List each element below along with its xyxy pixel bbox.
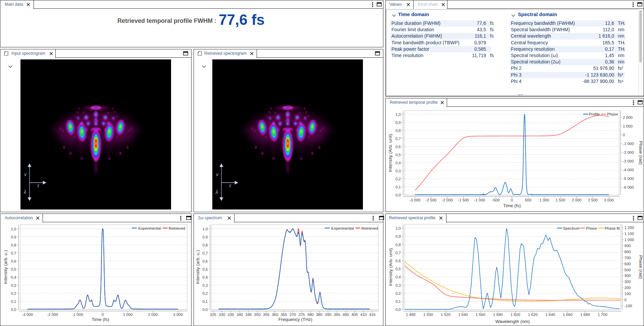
svg-text:500: 500 xyxy=(625,268,631,272)
svg-text:700: 700 xyxy=(625,256,631,260)
svg-text:0,6: 0,6 xyxy=(395,145,401,149)
svg-text:0,9: 0,9 xyxy=(203,235,208,239)
svg-text:900: 900 xyxy=(625,244,631,248)
svg-text:375: 375 xyxy=(299,313,305,317)
svg-text:3 000: 3 000 xyxy=(173,313,183,317)
svg-text:2 000: 2 000 xyxy=(148,313,158,317)
svg-text:345: 345 xyxy=(245,313,252,317)
svg-text:0,7: 0,7 xyxy=(395,251,401,255)
svg-text:400: 400 xyxy=(342,313,349,317)
svg-text:Phase: Phase xyxy=(607,112,618,116)
svg-text:1 620: 1 620 xyxy=(528,313,538,317)
svg-text:Frequency (THz): Frequency (THz) xyxy=(278,317,312,322)
svg-text:400: 400 xyxy=(625,274,631,278)
svg-text:1 480: 1 480 xyxy=(406,313,416,317)
svg-text:Phase: Phase xyxy=(586,226,597,230)
svg-text:1 500: 1 500 xyxy=(423,313,433,317)
svg-text:0,2: 0,2 xyxy=(395,291,401,295)
svg-text:1 700: 1 700 xyxy=(598,313,607,317)
svg-text:0,1: 0,1 xyxy=(203,299,208,304)
svg-text:0: 0 xyxy=(625,298,627,302)
svg-text:380: 380 xyxy=(307,313,314,317)
svg-text:0: 0 xyxy=(623,133,625,137)
svg-text:300: 300 xyxy=(625,280,631,284)
svg-text:-3 000: -3 000 xyxy=(623,159,634,163)
svg-text:0,0: 0,0 xyxy=(395,193,401,197)
svg-text:1 000: 1 000 xyxy=(623,124,633,128)
svg-text:0,9: 0,9 xyxy=(395,234,401,238)
svg-text:-100: -100 xyxy=(625,304,632,308)
svg-text:800: 800 xyxy=(625,250,631,254)
svg-text:ν: ν xyxy=(24,172,27,177)
svg-text:0,3: 0,3 xyxy=(11,283,16,287)
svg-text:0,8: 0,8 xyxy=(395,129,401,133)
svg-text:Intensity (arb. u.): Intensity (arb. u.) xyxy=(3,250,8,284)
svg-text:600: 600 xyxy=(625,262,631,266)
svg-text:0,2: 0,2 xyxy=(203,291,208,295)
svg-text:1 500: 1 500 xyxy=(556,198,566,202)
svg-text:1 600: 1 600 xyxy=(511,313,520,317)
svg-text:-2 000: -2 000 xyxy=(623,150,634,154)
svg-text:-500: -500 xyxy=(492,198,500,202)
svg-text:-5 000: -5 000 xyxy=(623,177,634,181)
svg-text:350: 350 xyxy=(254,313,261,317)
svg-text:0,7: 0,7 xyxy=(395,137,401,141)
svg-text:1 680: 1 680 xyxy=(580,313,590,317)
svg-text:1 640: 1 640 xyxy=(545,313,555,317)
svg-text:0,1: 0,1 xyxy=(395,299,401,304)
svg-text:ν: ν xyxy=(216,172,219,177)
svg-text:0,7: 0,7 xyxy=(11,251,16,255)
svg-text:0,8: 0,8 xyxy=(395,243,401,247)
svg-text:1 520: 1 520 xyxy=(441,313,450,317)
svg-text:100: 100 xyxy=(625,292,631,296)
svg-text:λ: λ xyxy=(215,189,218,195)
svg-text:0: 0 xyxy=(511,198,513,202)
svg-text:325: 325 xyxy=(210,313,216,317)
svg-text:0,8: 0,8 xyxy=(11,243,16,247)
svg-text:Time (fs): Time (fs) xyxy=(503,203,521,208)
svg-text:λ: λ xyxy=(23,189,26,195)
svg-text:415: 415 xyxy=(369,313,375,317)
svg-text:Phase fit: Phase fit xyxy=(605,226,620,230)
svg-text:-6 000: -6 000 xyxy=(623,185,634,189)
svg-text:-2 000: -2 000 xyxy=(442,198,453,202)
svg-text:0,6: 0,6 xyxy=(203,259,208,263)
svg-text:Time (fs): Time (fs) xyxy=(92,317,109,322)
svg-text:500: 500 xyxy=(525,198,531,202)
svg-text:Wavelength (nm): Wavelength (nm) xyxy=(495,319,530,324)
svg-text:-1 000: -1 000 xyxy=(474,198,485,202)
svg-text:1 580: 1 580 xyxy=(493,313,503,317)
svg-text:2 000: 2 000 xyxy=(572,198,582,202)
svg-text:Phase (rad): Phase (rad) xyxy=(638,255,643,279)
svg-text:0,0: 0,0 xyxy=(203,308,208,312)
svg-text:1 540: 1 540 xyxy=(458,313,468,317)
svg-text:2 500: 2 500 xyxy=(588,198,598,202)
svg-text:0,2: 0,2 xyxy=(11,291,16,295)
svg-text:Spectrum: Spectrum xyxy=(563,226,580,230)
svg-text:330: 330 xyxy=(219,313,225,317)
svg-text:1,0: 1,0 xyxy=(395,226,401,230)
svg-text:340: 340 xyxy=(236,313,243,317)
svg-text:1,0: 1,0 xyxy=(395,112,401,117)
svg-text:1 660: 1 660 xyxy=(563,313,573,317)
svg-text:0,0: 0,0 xyxy=(395,308,401,312)
svg-text:-3 000: -3 000 xyxy=(410,198,421,202)
svg-text:335: 335 xyxy=(228,313,234,317)
svg-text:1 000: 1 000 xyxy=(539,198,549,202)
svg-text:1 560: 1 560 xyxy=(476,313,485,317)
svg-text:0,3: 0,3 xyxy=(395,283,401,287)
svg-text:0,4: 0,4 xyxy=(395,161,401,165)
svg-text:0,5: 0,5 xyxy=(395,153,401,157)
svg-text:0,5: 0,5 xyxy=(11,267,16,271)
svg-text:1,0: 1,0 xyxy=(203,227,208,231)
svg-text:0,9: 0,9 xyxy=(395,121,401,125)
svg-text:Retrieved: Retrieved xyxy=(169,226,185,230)
svg-text:0,4: 0,4 xyxy=(203,275,208,279)
svg-text:0,3: 0,3 xyxy=(395,169,401,173)
svg-text:1,0: 1,0 xyxy=(11,227,16,231)
svg-text:Intensity (Arb. unit): Intensity (Arb. unit) xyxy=(388,248,393,286)
svg-text:0,4: 0,4 xyxy=(395,275,401,279)
svg-text:0,2: 0,2 xyxy=(395,177,401,181)
svg-text:410: 410 xyxy=(360,313,367,317)
svg-text:-3 000: -3 000 xyxy=(22,313,33,317)
